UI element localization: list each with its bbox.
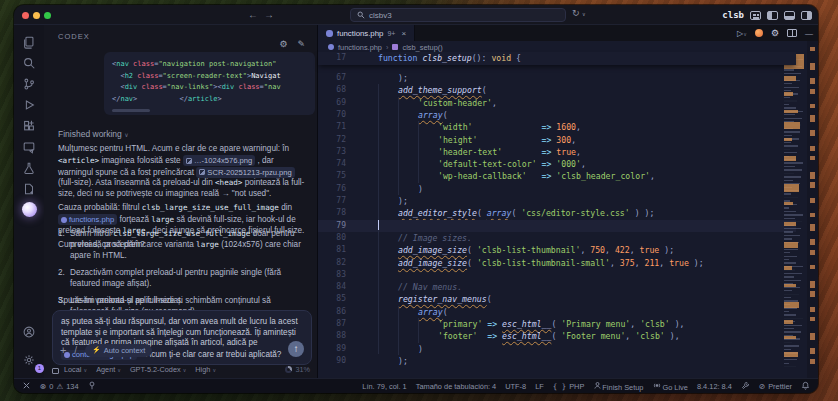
finish-setup-button[interactable]: Finish Setup	[593, 381, 643, 392]
live-preview-icon	[22, 140, 36, 154]
code-line[interactable]: 70array(	[318, 109, 796, 121]
file-chip-image[interactable]: SCR-20251213-rpzu.png	[196, 167, 294, 178]
php-version-indicator[interactable]: 8.4.12: 8.4	[697, 382, 732, 391]
back-button[interactable]: ←	[248, 8, 258, 22]
error-icon: ⊗	[40, 382, 46, 391]
code-line[interactable]: 82add_image_size( 'clsb-list-thumbnail-s…	[318, 257, 796, 269]
sidebar-item-file-add[interactable]	[18, 178, 40, 199]
code-line[interactable]: 71'width' => 1600,	[318, 121, 796, 133]
eol-indicator[interactable]: LF	[535, 382, 544, 391]
card-code-line: </nav> </article>	[112, 94, 307, 106]
bell-icon	[801, 381, 810, 390]
brackets-icon: { }	[553, 382, 566, 391]
forward-button[interactable]: →	[264, 8, 274, 22]
code-line[interactable]: 77);	[318, 195, 796, 207]
cursor-position[interactable]: Lín. 79, col. 1	[362, 382, 406, 391]
ports-icon[interactable]	[88, 381, 96, 392]
account-icon	[22, 325, 36, 339]
more-actions-icon[interactable]: —	[805, 29, 813, 38]
sidebar-item-extensions[interactable]	[18, 115, 40, 136]
problems-indicator[interactable]: ⊗0 ⚠134	[40, 382, 79, 391]
warning-icon: ⚠	[56, 382, 63, 391]
sidebar-item-testing[interactable]	[18, 157, 40, 178]
assistant-closing-line: Spune-mi varianta și aplic imediat.	[58, 296, 183, 305]
reasoning-selector[interactable]: High ∨	[195, 365, 216, 374]
maximize-window-button[interactable]	[44, 12, 51, 19]
minimap[interactable]	[783, 52, 805, 370]
card-code-line: <div class="nav-links"><div class="nav	[112, 82, 307, 94]
code-line[interactable]: 85register_nav_menus(	[318, 293, 796, 305]
remote-indicator[interactable]	[22, 381, 31, 392]
code-line[interactable]: 84// Nav menus.	[318, 281, 796, 293]
prettier-icon: ⊘	[759, 382, 765, 391]
code-line[interactable]: 87'primary' => esc_html__( 'Primary menu…	[318, 318, 796, 330]
composer-settings-bar: Local ∨ Agent ∨ GPT-5.2-Codex ∨ High ∨ 3…	[52, 363, 310, 376]
wrench-icon[interactable]	[741, 381, 750, 392]
new-chat-icon[interactable]: ✎	[297, 39, 305, 49]
overview-ruler[interactable]	[807, 41, 818, 378]
php-icon	[61, 217, 67, 223]
status-bar: ⊗0 ⚠134 Lín. 79, col. 1 Tamaño de tabula…	[14, 378, 818, 393]
panel-title: CODEX	[58, 32, 90, 41]
context-donut-icon	[285, 366, 292, 373]
code-area[interactable]: 67);68add_theme_support(69'custom-header…	[318, 25, 796, 378]
toggle-panel-icon[interactable]	[784, 11, 795, 20]
tab-size-indicator[interactable]: Tamaño de tabulación: 4	[416, 382, 497, 391]
card-scrollbar[interactable]	[112, 109, 150, 112]
language-indicator[interactable]: { }PHP	[553, 382, 585, 391]
mode-selector[interactable]: Agent ∨	[96, 365, 121, 374]
notifications-bell[interactable]	[801, 381, 810, 392]
close-window-button[interactable]	[22, 12, 29, 19]
grid-icon[interactable]	[750, 11, 761, 20]
code-line[interactable]: 73'header-text' => true,	[318, 146, 796, 158]
toggle-sidebar-left-icon[interactable]	[767, 11, 778, 20]
settings-button[interactable]: 1	[18, 349, 40, 370]
code-line[interactable]: 74'default-text-color' => '000',	[318, 158, 796, 170]
code-line[interactable]: 79	[318, 220, 796, 232]
model-selector[interactable]: GPT-5.2-Codex ∨	[130, 365, 186, 374]
code-line[interactable]: 72'height' => 300,	[318, 134, 796, 146]
sync-icon[interactable]: ↻ ∨	[572, 8, 586, 18]
code-line[interactable]: 83	[318, 269, 796, 281]
sidebar-item-codex[interactable]	[18, 199, 40, 220]
search-value: clsbv3	[369, 11, 392, 20]
slash-command-icon[interactable]: /	[74, 342, 77, 358]
code-line[interactable]: 90);	[318, 355, 796, 367]
go-live-button[interactable]: Go Live	[652, 381, 687, 392]
encoding-indicator[interactable]: UTF-8	[505, 382, 526, 391]
sticky-scroll-line[interactable]: 17function clsb_setup(): void {	[318, 52, 796, 65]
sidebar-item-source-control[interactable]	[18, 73, 40, 94]
sidebar-item-live-preview[interactable]	[18, 136, 40, 157]
code-line[interactable]: 88'footer' => esc_html__( 'Footer menu',…	[318, 330, 796, 342]
file-chip-image[interactable]: …-1024x576.png	[183, 155, 255, 166]
code-line[interactable]: 68add_theme_support(	[318, 84, 796, 96]
send-button[interactable]: ↑	[288, 341, 304, 357]
minimize-window-button[interactable]	[33, 12, 40, 19]
search-icon	[22, 56, 36, 70]
command-center-search[interactable]: clsbv3	[350, 8, 566, 22]
auto-context-chip[interactable]: ⚡Auto context	[85, 344, 152, 357]
env-selector[interactable]: Local ∨	[52, 365, 87, 374]
sidebar-item-search[interactable]	[18, 52, 40, 73]
code-line[interactable]: 17function clsb_setup(): void {	[318, 52, 796, 64]
file-chip-php[interactable]: functions.php	[58, 214, 117, 225]
code-line[interactable]: 78add_editor_style( array( 'css/editor-s…	[318, 207, 796, 219]
code-line[interactable]: 76)	[318, 183, 796, 195]
image-icon	[186, 158, 192, 164]
assistant-status[interactable]: Finished working ∨	[58, 129, 129, 139]
sidebar-item-run-debug[interactable]	[18, 94, 40, 115]
code-line[interactable]: 86array(	[318, 306, 796, 318]
code-line[interactable]: 81add_image_size( 'clsb-list-thumbnail',…	[318, 244, 796, 256]
toggle-sidebar-right-icon[interactable]	[801, 11, 812, 20]
attach-plus-icon[interactable]: +	[60, 342, 66, 358]
sidebar-item-explorer[interactable]	[18, 31, 40, 52]
app-logo: clsb	[722, 10, 744, 20]
prettier-indicator[interactable]: ⊘Prettier	[759, 382, 792, 391]
code-line[interactable]: 80// Image sizes.	[318, 232, 796, 244]
code-line[interactable]: 89)	[318, 343, 796, 355]
code-line[interactable]: 75'wp-head-callback' => 'clsb_header_col…	[318, 170, 796, 182]
accounts-button[interactable]	[18, 321, 40, 342]
code-line[interactable]: 69'custom-header',	[318, 97, 796, 109]
panel-settings-gear-icon[interactable]: ⚙	[279, 39, 287, 49]
code-line[interactable]: 67);	[318, 72, 796, 84]
